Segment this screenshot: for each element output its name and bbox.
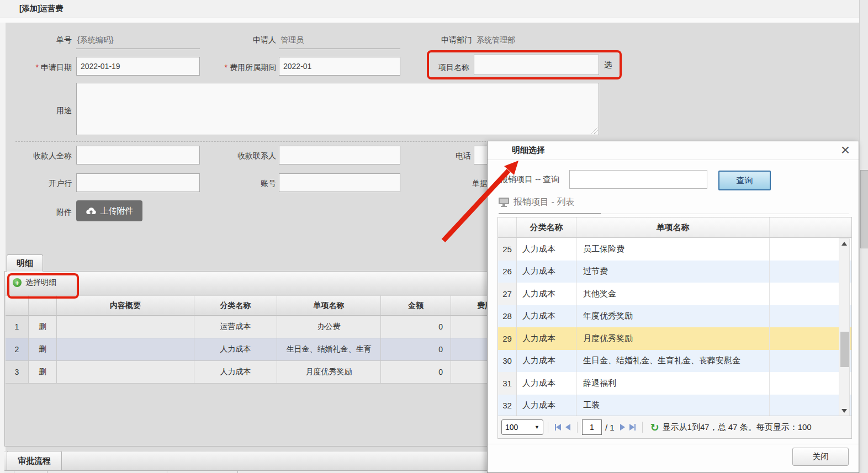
close-icon[interactable]: × — [841, 142, 850, 158]
bank-input[interactable] — [76, 173, 200, 192]
payee-name-input[interactable] — [76, 146, 200, 164]
order-no-label: 单号 — [17, 34, 72, 45]
monitor-icon — [499, 198, 509, 207]
next-page-button[interactable] — [620, 424, 625, 431]
row-amount: 0 — [381, 316, 451, 338]
order-no-value: {系统编码} — [77, 34, 113, 45]
doc-label: 单据 — [472, 178, 488, 189]
page-title: [添加]运营费 — [19, 4, 63, 14]
apply-date-input[interactable]: 2022-01-19 — [76, 57, 200, 76]
scroll-up-icon[interactable] — [839, 242, 849, 246]
col-summary: 内容概要 — [57, 295, 194, 316]
page-scrollbar[interactable] — [859, 0, 868, 473]
scrollbar-thumb[interactable] — [840, 332, 849, 367]
list-scrollbar[interactable] — [839, 238, 850, 416]
expense-period-label: * 费用所属期间 — [199, 62, 276, 73]
refresh-icon[interactable]: ↻ — [650, 421, 659, 434]
purpose-textarea[interactable] — [76, 83, 599, 135]
pagination-status: 显示从1到47，总 47 条。每页显示：100 — [663, 422, 812, 433]
list-item[interactable]: 25 人力成本 员工保险费 — [498, 238, 851, 261]
screen: [添加]运营费 单号 {系统编码} 申请人 管理员 申请部门 系统管理部 * 申… — [0, 0, 868, 473]
apply-dept-label: 申请部门 — [411, 34, 472, 45]
list-item[interactable]: 27 人力成本 其他奖金 — [498, 283, 851, 305]
dialog-titlebar: 明细选择 × — [488, 141, 859, 160]
last-page-button[interactable] — [629, 424, 636, 431]
phone-label: 电话 — [438, 150, 471, 161]
first-page-button[interactable] — [555, 424, 561, 431]
row-num: 3 — [6, 361, 29, 383]
upload-cloud-icon — [86, 207, 97, 215]
col-amount: 金额 — [381, 295, 451, 316]
applicant-underline — [279, 49, 400, 49]
annotation-box-select-detail — [7, 273, 79, 299]
required-asterisk: * — [36, 62, 39, 73]
pagination-bar: 100 ▼ / 1 ↻ 显示从1到47，总 47 条。每页显示：100 — [498, 416, 851, 438]
row-summary — [57, 361, 194, 383]
col-index — [498, 217, 517, 237]
prev-page-button[interactable] — [565, 424, 570, 431]
row-amount: 0 — [381, 338, 451, 360]
list-item[interactable]: 28 人力成本 年度优秀奖励 — [498, 305, 851, 328]
account-no-input[interactable] — [279, 173, 400, 192]
page-number-input[interactable] — [582, 419, 602, 435]
tab-approval-flow[interactable]: 审批流程 — [7, 451, 62, 470]
list-item[interactable]: 30 人力成本 生日金、结婚礼金、生育礼金、丧葬安慰金 — [498, 350, 851, 373]
list-header: 分类名称 单项名称 — [498, 217, 851, 238]
row-category: 运营成本 — [194, 316, 277, 338]
tab-detail[interactable]: 明细 — [7, 254, 43, 272]
col-filler — [770, 217, 851, 237]
detail-select-dialog: 明细选择 × 报销项目 -- 查询 查询 报销项目 - 列表 分类名称 单项名称 — [487, 141, 859, 473]
apply-dept-value: 系统管理部 — [477, 34, 515, 45]
list-item[interactable]: 31 人力成本 辞退福利 — [498, 372, 851, 395]
row-item: 月度优秀奖励 — [277, 361, 381, 383]
annotation-box-project-name — [427, 50, 622, 79]
dialog-title: 明细选择 — [512, 145, 545, 156]
account-no-label: 账号 — [215, 178, 276, 189]
applicant-value: 管理员 — [280, 34, 304, 45]
attachment-label: 附件 — [44, 206, 72, 217]
payee-name-label: 收款人全称 — [17, 150, 72, 161]
purpose-label: 用途 — [44, 105, 72, 116]
row-summary — [57, 316, 194, 338]
expense-period-input[interactable]: 2022-01 — [279, 57, 400, 76]
apply-date-label: * 申请日期 — [11, 62, 72, 73]
list-item[interactable]: 32 人力成本 工装 — [498, 395, 851, 417]
scroll-down-icon[interactable] — [839, 409, 849, 413]
delete-row-link[interactable]: 删 — [39, 367, 46, 377]
search-button[interactable]: 查询 — [718, 171, 771, 190]
payee-contact-label: 收款联系人 — [215, 150, 276, 161]
col-item: 单项名称 — [576, 217, 770, 237]
col-item: 单项名称 — [277, 295, 381, 316]
resize-grip-icon[interactable] — [591, 127, 597, 134]
order-no-underline — [76, 49, 200, 49]
row-item: 生日金、结婚礼金、生育 — [277, 338, 381, 360]
col-category: 分类名称 — [194, 295, 277, 316]
list-item[interactable]: 26 人力成本 过节费 — [498, 261, 851, 283]
required-asterisk: * — [225, 62, 227, 73]
row-category: 人力成本 — [194, 361, 277, 383]
upload-attachment-button[interactable]: 上传附件 — [76, 200, 142, 221]
row-summary — [57, 338, 194, 360]
payee-contact-input[interactable] — [279, 146, 400, 164]
applicant-label: 申请人 — [221, 34, 276, 45]
row-num: 1 — [6, 316, 29, 338]
chevron-down-icon: ▼ — [534, 424, 539, 430]
window-titlebar: [添加]运营费 — [0, 0, 868, 18]
page-size-select[interactable]: 100 ▼ — [501, 419, 543, 435]
delete-row-link[interactable]: 删 — [39, 322, 46, 332]
row-num: 2 — [6, 338, 29, 360]
row-category: 人力成本 — [194, 338, 277, 360]
delete-row-link[interactable]: 删 — [39, 344, 46, 354]
row-amount: 0 — [381, 361, 451, 383]
page-scrollbar-thumb[interactable] — [860, 170, 868, 248]
title-separator — [0, 18, 868, 23]
list-title: 报销项目 - 列表 — [499, 196, 574, 208]
list-box: 分类名称 单项名称 25 人力成本 员工保险费 26 人力成本 过节费 27 人… — [497, 217, 852, 439]
search-label: 报销项目 -- 查询 — [500, 173, 559, 185]
row-item: 办公费 — [277, 316, 381, 338]
search-input[interactable] — [569, 170, 707, 189]
close-button[interactable]: 关闭 — [792, 448, 849, 466]
bank-label: 开户行 — [17, 178, 72, 189]
col-category: 分类名称 — [517, 217, 576, 237]
list-item-selected[interactable]: 29 人力成本 月度优秀奖励 — [498, 327, 851, 350]
